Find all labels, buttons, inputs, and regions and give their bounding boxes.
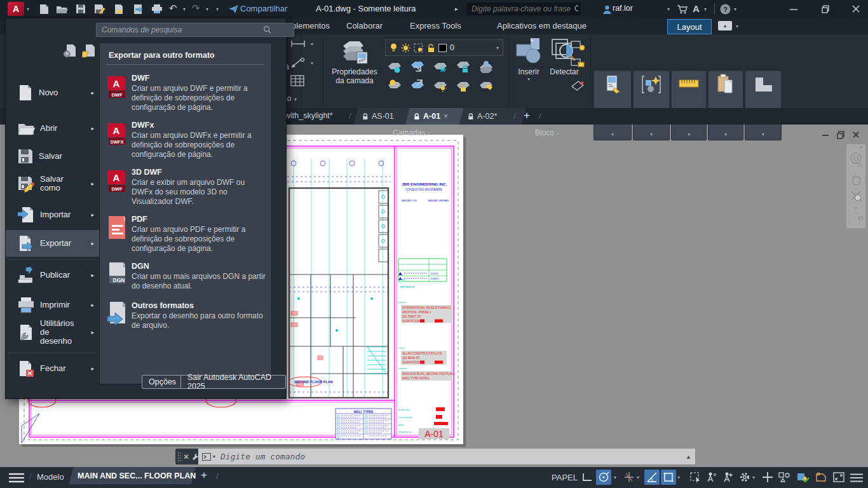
redo-caret-icon[interactable]: ▾: [206, 6, 208, 12]
layer-freeze-sun-icon[interactable]: [401, 43, 410, 53]
exit-autocad-button[interactable]: Sair Autodesk AutoCAD 2025: [180, 375, 286, 389]
open-file-icon[interactable]: [55, 3, 69, 15]
crosshair-plus-icon[interactable]: [760, 470, 775, 485]
qat-customize-icon[interactable]: ▾: [216, 6, 219, 12]
minimize-button[interactable]: [787, 3, 801, 15]
help-search-box[interactable]: [466, 3, 581, 15]
layout-menu-hamburger-icon[interactable]: [9, 473, 24, 483]
export-item-dgn[interactable]: DGN DGNCriar um ou mais arquivos DGN a p…: [106, 262, 266, 291]
panel-utilitarios[interactable]: Utilitários▾: [671, 71, 707, 140]
workspace-gear-icon[interactable]: [737, 470, 752, 485]
viewport-minimize-button[interactable]: [821, 130, 830, 142]
block-mini-tools[interactable]: [569, 39, 588, 97]
command-line-bar[interactable]: ✕ ▾ ▲: [175, 449, 695, 464]
clipped-panel-caret-icon[interactable]: ▾: [294, 97, 297, 102]
export-item-dwf[interactable]: ADWF DWFCriar um arquivo DWF e permitir …: [106, 74, 266, 112]
menu-item-salvar[interactable]: Salvar: [6, 143, 99, 170]
leader-caret-icon[interactable]: ▾: [311, 60, 313, 66]
user-icon[interactable]: [600, 3, 614, 15]
insert-block-button[interactable]: Inserir ▾: [512, 37, 545, 103]
app-logo-caret-icon[interactable]: ▾: [27, 6, 29, 12]
save-as-icon[interactable]: [93, 3, 107, 15]
menu-item-imprimir[interactable]: Imprimir▸: [6, 292, 99, 318]
navigation-wheel-icon[interactable]: 2D: [846, 152, 865, 170]
command-expand-icon[interactable]: ▲: [686, 454, 691, 460]
navbar-options-icon[interactable]: ⊖: [846, 214, 865, 222]
table-icon[interactable]: [290, 75, 304, 86]
panel-propriedades[interactable]: Propried...▾: [593, 71, 632, 140]
navbar-close-icon[interactable]: ✕: [846, 144, 865, 151]
viewport-restore-button[interactable]: [836, 130, 845, 142]
panel-vista[interactable]: Vista▾: [745, 71, 782, 140]
panel-area-de-transferencia[interactable]: Área de...▾: [708, 71, 743, 140]
undo-icon[interactable]: ↶: [169, 3, 177, 14]
tab-overflow-name[interactable]: _with_skylight*: [280, 111, 333, 120]
options-button[interactable]: Opções: [142, 375, 183, 389]
title-expand-icon[interactable]: ▸: [455, 6, 458, 12]
ortho-mode-icon[interactable]: [580, 470, 595, 485]
menu-item-importar[interactable]: Importar▸: [6, 201, 99, 228]
user-caret-icon[interactable]: ▾: [667, 6, 670, 12]
zoom-extents-icon[interactable]: [846, 189, 865, 205]
command-input[interactable]: [219, 451, 686, 462]
new-file-icon[interactable]: [37, 3, 51, 15]
osnap-caret-icon[interactable]: ▾: [677, 475, 680, 480]
tab-close-icon[interactable]: ×: [444, 112, 448, 121]
command-customize-wrench-icon[interactable]: [191, 452, 198, 461]
tab-aplicativos-em-destaque[interactable]: Aplicativos em destaque: [497, 21, 587, 30]
navbar-more-icon[interactable]: ▾: [846, 205, 865, 211]
store-cart-icon[interactable]: [675, 3, 689, 15]
polar-tracking-icon[interactable]: [644, 470, 660, 485]
command-close-icon[interactable]: ✕: [183, 452, 189, 461]
export-item-dwfx[interactable]: ADWFX DWFxCriar um arquivo DWFx e permit…: [106, 121, 266, 159]
command-bar-grip[interactable]: ✕: [175, 449, 198, 464]
layer-select-dropdown[interactable]: 0 ▾: [385, 39, 503, 56]
recent-documents-icon[interactable]: [63, 44, 78, 58]
app-logo-button[interactable]: A: [8, 2, 24, 16]
annotation-scale-icon[interactable]: [704, 470, 719, 485]
username-label[interactable]: raf.lor: [613, 4, 633, 13]
share-plane-icon[interactable]: [226, 3, 240, 15]
command-prompt-icon[interactable]: [202, 453, 212, 461]
redo-icon[interactable]: ↷: [192, 3, 200, 14]
menu-item-salvar-como[interactable]: Salvar como▸: [6, 170, 99, 198]
export-item-3ddwf[interactable]: ADWF 3D DWFCriar e exibir um arquivo DWF…: [106, 168, 266, 207]
layer-vpfreeze-icon[interactable]: [414, 43, 424, 53]
undo-caret-icon[interactable]: ▾: [183, 6, 186, 12]
close-button[interactable]: [849, 3, 863, 15]
isolate-objects-icon[interactable]: [776, 470, 792, 485]
ribbon-collapse-button[interactable]: ▴: [718, 21, 732, 30]
export-item-pdf[interactable]: PDFCriar um arquivo PDF e permitir a def…: [106, 215, 266, 254]
help-icon[interactable]: ?: [718, 3, 732, 15]
restore-button[interactable]: [818, 3, 832, 15]
graphics-performance-icon[interactable]: [796, 470, 811, 485]
help-caret-icon[interactable]: ▾: [734, 6, 736, 12]
snap-mode-icon[interactable]: [596, 470, 611, 485]
model-tab[interactable]: Modelo: [37, 472, 64, 482]
command-history-caret-icon[interactable]: ▾: [213, 454, 215, 459]
plot-sheet-icon[interactable]: [112, 3, 126, 15]
menu-item-exportar[interactable]: Exportar▸: [6, 230, 99, 257]
menu-item-utilitarios-de-desenho[interactable]: Utilitários de desenho▸: [6, 316, 99, 349]
new-tab-button[interactable]: +: [524, 109, 530, 122]
paper-space-toggle[interactable]: PAPEL: [552, 473, 578, 482]
insert-caret-icon[interactable]: ▾: [512, 76, 545, 82]
save-icon[interactable]: [74, 3, 88, 15]
grid-snap-icon[interactable]: [621, 470, 637, 485]
layer-on-bulb-icon[interactable]: [390, 43, 398, 53]
help-search-input[interactable]: [466, 4, 574, 13]
search-icon[interactable]: [574, 4, 578, 13]
leader-icon[interactable]: [290, 57, 306, 69]
status-customize-hamburger-icon[interactable]: [850, 473, 863, 482]
panel-camadas-label[interactable]: Camadas ▾: [393, 128, 430, 137]
selection-cycling-icon[interactable]: [688, 470, 703, 485]
tab-layout-active[interactable]: Layout: [667, 19, 712, 34]
layer-unlock-icon[interactable]: [427, 43, 435, 53]
tab-express-tools[interactable]: Express Tools: [410, 21, 461, 30]
dim-linear-icon[interactable]: [290, 39, 307, 48]
navigation-bar[interactable]: ✕ 2D ▾ ⊖: [846, 144, 866, 229]
menu-item-publicar[interactable]: Publicar▸: [6, 262, 99, 288]
autodesk-logo-icon[interactable]: A: [693, 3, 700, 14]
menu-item-novo[interactable]: Novo▸: [6, 79, 99, 106]
export-sheet-icon[interactable]: [131, 3, 145, 15]
